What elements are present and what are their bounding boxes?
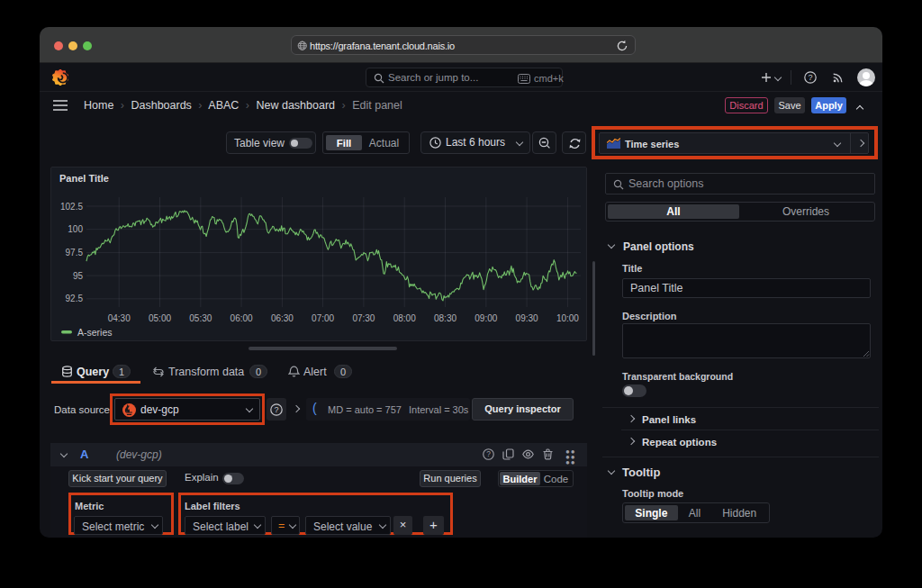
svg-text:92.5: 92.5 bbox=[66, 294, 84, 303]
svg-text:07:30: 07:30 bbox=[352, 313, 375, 323]
svg-text:04:30: 04:30 bbox=[108, 313, 131, 323]
svg-text:A-series: A-series bbox=[77, 327, 113, 338]
svg-text:10:00: 10:00 bbox=[556, 313, 579, 323]
svg-text:06:30: 06:30 bbox=[271, 313, 294, 323]
svg-text:06:00: 06:00 bbox=[230, 313, 253, 323]
svg-text:09:00: 09:00 bbox=[475, 313, 497, 323]
svg-text:?: ? bbox=[808, 73, 812, 82]
svg-text:08:30: 08:30 bbox=[434, 313, 456, 323]
svg-text:102.5: 102.5 bbox=[60, 202, 83, 212]
svg-text:09:30: 09:30 bbox=[516, 313, 538, 323]
svg-text:95: 95 bbox=[73, 271, 84, 281]
svg-text:07:00: 07:00 bbox=[312, 313, 334, 323]
svg-text:?: ? bbox=[486, 449, 491, 458]
svg-text:08:00: 08:00 bbox=[393, 313, 416, 323]
svg-text:?: ? bbox=[274, 405, 278, 414]
svg-text:100: 100 bbox=[68, 224, 83, 234]
svg-text:05:30: 05:30 bbox=[189, 313, 212, 323]
svg-text:05:00: 05:00 bbox=[149, 313, 171, 323]
svg-text:97.5: 97.5 bbox=[66, 248, 84, 258]
